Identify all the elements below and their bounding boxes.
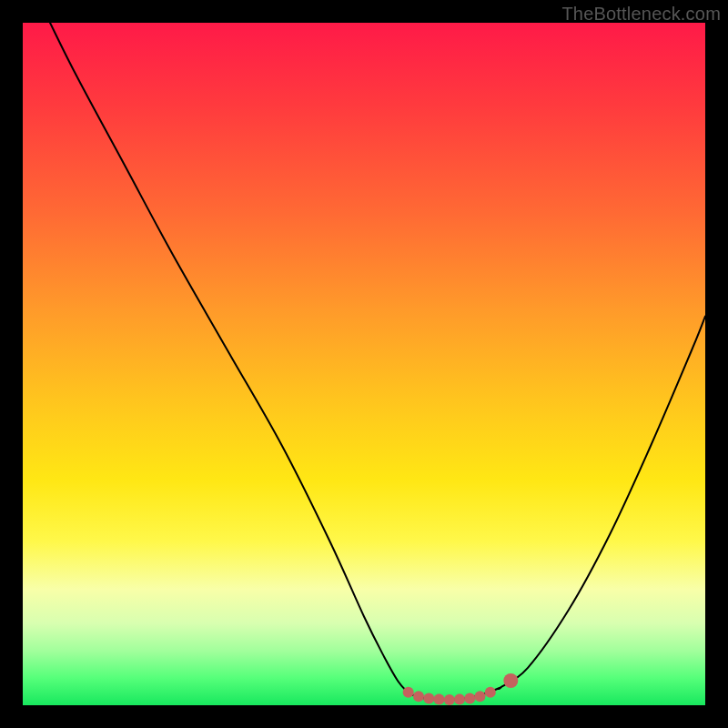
chart-stage: TheBottleneck.com	[0, 0, 728, 728]
plot-area	[23, 23, 705, 705]
valley-marker	[403, 687, 414, 698]
valley-marker	[423, 693, 434, 704]
valley-markers	[403, 673, 519, 705]
valley-marker	[475, 691, 486, 702]
curve-layer	[23, 23, 705, 705]
valley-marker	[454, 694, 465, 705]
bottleneck-curve	[50, 23, 705, 700]
watermark-text: TheBottleneck.com	[561, 4, 721, 25]
valley-marker	[464, 693, 475, 704]
valley-marker	[485, 687, 496, 698]
valley-marker	[444, 694, 455, 705]
valley-marker	[413, 691, 424, 702]
valley-marker	[503, 673, 518, 688]
valley-marker	[434, 694, 445, 705]
